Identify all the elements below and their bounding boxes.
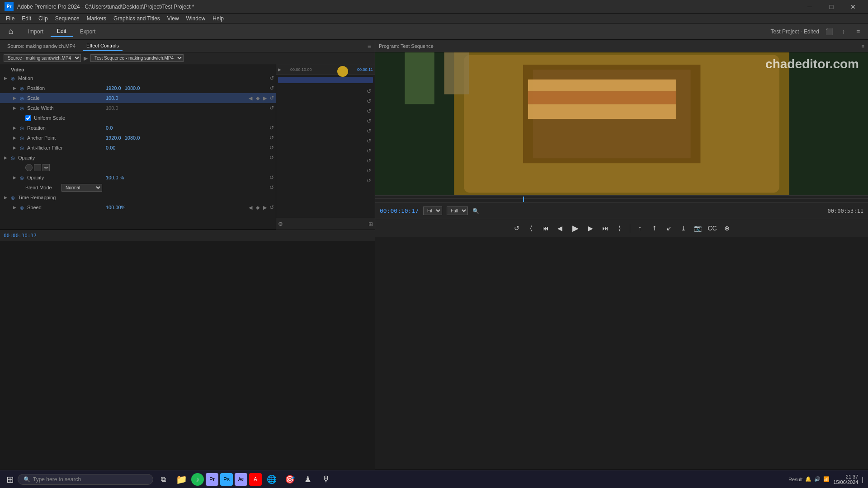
step-back-button[interactable]: ⏮ — [539, 222, 552, 235]
taskbar-clock[interactable]: 21:37 15/06/2024 — [833, 474, 858, 485]
opacity-section-expand[interactable]: ▶ — [2, 155, 9, 160]
panel-menu-icon[interactable]: ≡ — [368, 42, 371, 50]
export-frame-button[interactable]: 📷 — [692, 222, 704, 235]
opacity-reset[interactable]: ↺ — [269, 155, 274, 161]
loop-button[interactable]: ↺ — [510, 222, 523, 235]
tab-export[interactable]: Export — [74, 26, 102, 37]
scale-width-value[interactable]: 100.0 — [106, 105, 118, 111]
tab-effect-controls[interactable]: Effect Controls — [83, 41, 123, 51]
source-dropdown[interactable]: Source · making sandwich.MP4 — [4, 54, 81, 62]
step-forward-button[interactable]: ⏭ — [599, 222, 612, 235]
anchor-expand[interactable]: ▶ — [11, 136, 18, 140]
go-out-button[interactable]: ⟩ — [613, 222, 626, 235]
menu-sequence[interactable]: Sequence — [52, 14, 83, 23]
anti-flicker-expand[interactable]: ▶ — [11, 145, 18, 150]
time-remapping-expand[interactable]: ▶ — [2, 195, 9, 200]
taskbar-explorer[interactable]: 📁 — [173, 471, 189, 488]
speed-value[interactable]: 100.00% — [106, 205, 125, 210]
tray-network[interactable]: 📶 — [823, 476, 830, 482]
home-button[interactable]: ⌂ — [5, 25, 17, 38]
scale-width-expand[interactable]: ▶ — [11, 106, 18, 110]
blend-reset[interactable]: ↺ — [269, 184, 274, 191]
taskbar-icon-7[interactable]: 🎯 — [282, 471, 298, 488]
playhead-circle[interactable] — [337, 66, 348, 77]
next-frame-button[interactable]: ▶ — [585, 222, 597, 235]
speed-expand[interactable]: ▶ — [11, 205, 18, 210]
caption-button[interactable]: CC — [706, 222, 719, 235]
position-reset[interactable]: ↺ — [269, 85, 274, 91]
tab-source[interactable]: Source: making sandwich.MP4 — [4, 42, 79, 51]
scale-keyframe-next[interactable]: ▶ — [262, 95, 268, 101]
prev-frame-button[interactable]: ◀ — [554, 222, 566, 235]
toolbar-icon-2[interactable]: ↑ — [838, 26, 849, 37]
rotation-value[interactable]: 0.0 — [106, 125, 113, 131]
tab-import[interactable]: Import — [22, 26, 50, 37]
close-button[interactable]: ✕ — [843, 0, 863, 14]
opacity-expand[interactable]: ▶ — [11, 175, 18, 180]
program-fit-select[interactable]: Fit — [423, 206, 442, 215]
ec-filter-icon[interactable]: ⚙ — [278, 221, 283, 227]
menu-file[interactable]: File — [2, 14, 18, 23]
taskbar-show-desktop[interactable]: | — [862, 476, 863, 483]
speed-reset[interactable]: ↺ — [269, 204, 274, 211]
taskbar-edge[interactable]: 🌐 — [264, 471, 280, 488]
ec-reset-7[interactable]: ↺ — [367, 148, 371, 154]
speed-keyframe-next[interactable]: ▶ — [262, 205, 268, 211]
ec-reset-4[interactable]: ↺ — [367, 118, 371, 124]
position-x-value[interactable]: 1920.0 — [106, 85, 121, 91]
start-button[interactable]: ⊞ — [5, 472, 16, 487]
menu-graphics[interactable]: Graphics and Titles — [110, 14, 164, 23]
lift-button[interactable]: ↑ — [634, 222, 646, 235]
program-quality-select[interactable]: Full — [447, 206, 468, 215]
ec-reset-3[interactable]: ↺ — [367, 108, 371, 114]
sequence-dropdown[interactable]: Test Sequence - making sandwich.MP4 — [90, 54, 184, 62]
ec-reset-2[interactable]: ↺ — [367, 98, 371, 104]
overwrite-button[interactable]: ⤓ — [677, 222, 690, 235]
opacity-value[interactable]: 100.0 % — [106, 175, 124, 180]
scale-reset[interactable]: ↺ — [269, 95, 274, 101]
ec-timecode[interactable]: 00:00:10:17 — [4, 233, 37, 239]
ec-reset-8[interactable]: ↺ — [367, 158, 371, 164]
ec-reset-9[interactable]: ↺ — [367, 168, 371, 174]
minimize-button[interactable]: ─ — [799, 0, 820, 14]
position-expand[interactable]: ▶ — [11, 86, 18, 90]
opacity-value-reset[interactable]: ↺ — [269, 174, 274, 181]
taskbar-icon-8[interactable]: ♟ — [300, 471, 316, 488]
tray-volume[interactable]: 🔊 — [814, 476, 821, 482]
scale-keyframe-prev[interactable]: ◀ — [248, 95, 253, 101]
menu-help[interactable]: Help — [209, 14, 227, 23]
menu-window[interactable]: Window — [183, 14, 209, 23]
extract-button[interactable]: ⤒ — [648, 222, 661, 235]
ec-reset-10[interactable]: ↺ — [367, 178, 371, 184]
ec-reset-1[interactable]: ↺ — [367, 88, 371, 94]
toolbar-icon-1[interactable]: ⬛ — [824, 26, 835, 37]
program-menu-icon[interactable]: ≡ — [862, 43, 864, 49]
maximize-button[interactable]: □ — [821, 0, 842, 14]
taskbar-premiere[interactable]: Pr — [206, 473, 218, 486]
scale-value[interactable]: 100.0 — [106, 95, 118, 101]
motion-expand[interactable]: ▶ — [2, 76, 9, 80]
ec-reset-6[interactable]: ↺ — [367, 138, 371, 144]
ec-reset-5[interactable]: ↺ — [367, 128, 371, 134]
add-marker-button[interactable]: ⊕ — [721, 222, 733, 235]
speed-keyframe-prev[interactable]: ◀ — [248, 205, 253, 211]
speed-keyframe-add[interactable]: ◆ — [255, 205, 260, 211]
scale-keyframe-add[interactable]: ◆ — [255, 95, 260, 101]
taskbar-mic[interactable]: 🎙 — [318, 471, 334, 488]
taskbar-spotify[interactable]: ♪ — [191, 473, 204, 486]
play-button[interactable]: ▶ — [568, 221, 583, 235]
taskbar-ae[interactable]: Ae — [235, 473, 247, 486]
program-zoom-icon[interactable]: 🔍 — [472, 208, 479, 214]
insert-button[interactable]: ↙ — [663, 222, 675, 235]
rotation-reset[interactable]: ↺ — [269, 125, 274, 131]
scale-width-reset[interactable]: ↺ — [269, 105, 274, 111]
ec-settings-icon[interactable]: ⊞ — [368, 221, 373, 227]
tab-edit[interactable]: Edit — [51, 26, 73, 37]
opacity-icon-pen[interactable]: ✏ — [42, 164, 50, 171]
anchor-reset[interactable]: ↺ — [269, 135, 274, 141]
taskbar-task-view[interactable]: ⧉ — [155, 471, 171, 488]
taskbar-acrobat[interactable]: A — [249, 473, 262, 486]
menu-edit[interactable]: Edit — [18, 14, 35, 23]
tray-notifications[interactable]: 🔔 — [805, 476, 811, 482]
uniform-scale-checkbox[interactable] — [25, 115, 31, 121]
